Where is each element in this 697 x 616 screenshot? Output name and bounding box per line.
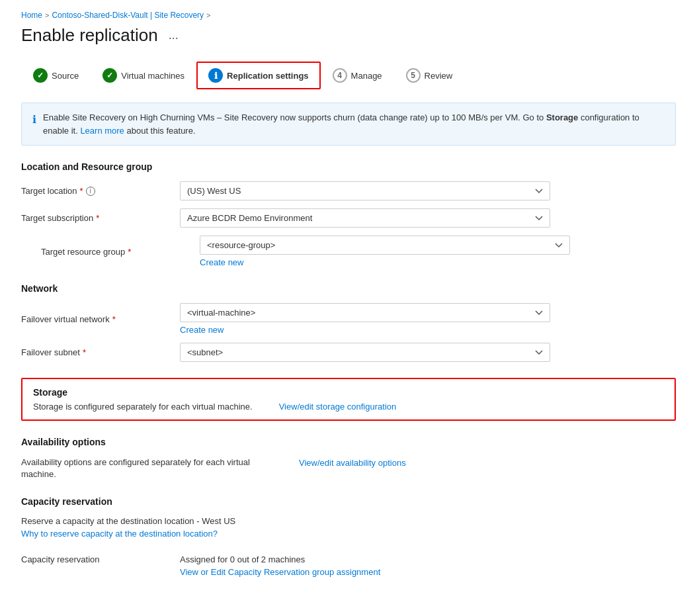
failover-subnet-required: * <box>83 347 86 357</box>
target-rg-control: <resource-group> Create new <box>200 236 570 267</box>
steps-bar: ✓ Source ✓ Virtual machines ℹ Replicatio… <box>21 62 676 89</box>
failover-vnet-dropdown[interactable]: <virtual-machine> <box>180 303 550 322</box>
target-location-label: Target location * i <box>21 186 180 196</box>
location-resource-group-section: Location and Resource group Target locat… <box>21 161 676 267</box>
target-location-info-icon[interactable]: i <box>86 187 95 196</box>
target-subscription-control: Azure BCDR Demo Environment <box>180 208 550 228</box>
step-source-icon: ✓ <box>33 68 48 83</box>
view-edit-storage-link[interactable]: View/edit storage configuration <box>279 402 397 412</box>
step-manage-icon: 4 <box>333 68 347 83</box>
step-vm-label: Virtual machines <box>121 71 184 81</box>
failover-subnet-label: Failover subnet * <box>21 347 180 357</box>
failover-subnet-control: <subnet> <box>180 343 550 362</box>
target-subscription-dropdown[interactable]: Azure BCDR Demo Environment <box>180 208 550 228</box>
storage-section: Storage Storage is configured separately… <box>21 378 676 421</box>
step-virtual-machines[interactable]: ✓ Virtual machines <box>91 62 196 89</box>
failover-subnet-dropdown[interactable]: <subnet> <box>180 343 550 362</box>
target-subscription-row: Target subscription * Azure BCDR Demo En… <box>21 208 676 228</box>
target-subscription-required: * <box>96 213 99 223</box>
info-banner-icon: ℹ <box>32 112 36 128</box>
step-manage-label: Manage <box>351 71 382 81</box>
capacity-assigned: Assigned for 0 out of 2 machines <box>180 554 380 564</box>
failover-vnet-control: <virtual-machine> Create new <box>180 303 550 335</box>
target-location-row: Target location * i (US) West US <box>21 181 676 200</box>
availability-section-title: Availability options <box>21 437 676 447</box>
storage-description: Storage is configured separately for eac… <box>33 402 253 412</box>
capacity-section-title: Capacity reservation <box>21 496 676 507</box>
create-new-vnet-link[interactable]: Create new <box>180 325 224 335</box>
info-banner: ℹ Enable Site Recovery on High Churning … <box>21 103 676 146</box>
ellipsis-button[interactable]: ... <box>165 27 183 44</box>
step-source[interactable]: ✓ Source <box>21 62 91 89</box>
step-replication-settings[interactable]: ℹ Replication settings <box>196 62 321 89</box>
step-replication-icon: ℹ <box>208 68 223 83</box>
step-vm-icon: ✓ <box>102 68 117 83</box>
availability-description: Availability options are configured sepa… <box>21 457 272 480</box>
info-learn-more-link[interactable]: Learn more <box>80 126 124 136</box>
target-subscription-label: Target subscription * <box>21 213 180 223</box>
failover-subnet-row: Failover subnet * <subnet> <box>21 343 676 362</box>
failover-vnet-required: * <box>112 314 116 324</box>
availability-options-section: Availability options Availability option… <box>21 437 676 480</box>
target-location-dropdown[interactable]: (US) West US <box>180 181 550 200</box>
capacity-label: Capacity reservation <box>21 554 180 564</box>
step-review[interactable]: 5 Review <box>394 62 465 89</box>
breadcrumb-home[interactable]: Home <box>21 11 42 20</box>
info-banner-text: Enable Site Recovery on High Churning VM… <box>43 111 665 137</box>
target-location-required: * <box>80 186 83 196</box>
storage-section-title: Storage <box>33 387 664 398</box>
failover-vnet-row: Failover virtual network * <virtual-mach… <box>21 303 676 335</box>
capacity-why-link[interactable]: Why to reserve capacity at the destinati… <box>21 529 218 539</box>
breadcrumb-vault[interactable]: Contoso-Shared-Disk-Vault | Site Recover… <box>52 11 204 20</box>
capacity-value-col: Assigned for 0 out of 2 machines View or… <box>180 554 380 577</box>
target-resource-group-row: Target resource group * <resource-group>… <box>21 236 676 267</box>
step-review-icon: 5 <box>406 68 421 83</box>
step-review-label: Review <box>425 71 453 81</box>
view-edit-availability-link[interactable]: View/edit availability options <box>299 457 406 468</box>
capacity-edit-link[interactable]: View or Edit Capacity Reservation group … <box>180 567 380 577</box>
capacity-description: Reserve a capacity at the destination lo… <box>21 516 676 526</box>
location-section-title: Location and Resource group <box>21 161 676 172</box>
capacity-row: Capacity reservation Assigned for 0 out … <box>21 554 676 577</box>
storage-box-row: Storage is configured separately for eac… <box>33 402 664 412</box>
page-title-row: Enable replication ... <box>21 25 676 46</box>
page-title: Enable replication <box>21 25 158 46</box>
step-source-label: Source <box>52 71 79 81</box>
create-new-rg-link[interactable]: Create new <box>200 257 243 267</box>
breadcrumb-sep-2: > <box>206 11 210 19</box>
step-replication-label: Replication settings <box>227 71 309 81</box>
network-section-title: Network <box>21 283 676 294</box>
failover-vnet-label: Failover virtual network * <box>21 314 180 324</box>
target-location-control: (US) West US <box>180 181 550 200</box>
capacity-reservation-section: Capacity reservation Reserve a capacity … <box>21 496 676 577</box>
target-rg-required: * <box>128 247 131 257</box>
info-bold-storage: Storage <box>546 112 578 122</box>
availability-row: Availability options are configured sepa… <box>21 457 676 480</box>
breadcrumb: Home > Contoso-Shared-Disk-Vault | Site … <box>21 11 676 20</box>
step-manage[interactable]: 4 Manage <box>321 62 394 89</box>
target-rg-label: Target resource group * <box>41 247 200 257</box>
breadcrumb-sep-1: > <box>45 11 49 19</box>
target-rg-dropdown[interactable]: <resource-group> <box>200 236 570 255</box>
network-section: Network Failover virtual network * <virt… <box>21 283 676 362</box>
